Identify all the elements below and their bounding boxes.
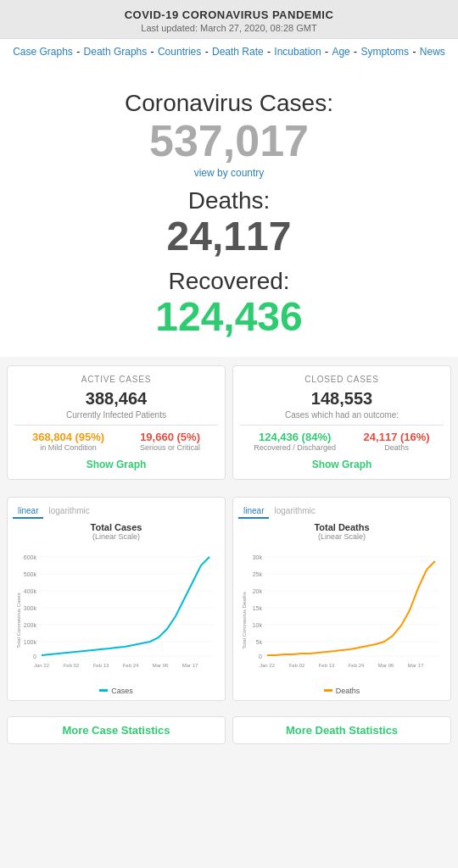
total-cases-chart-box: linear logarithmic Total Cases (Linear S… [7,497,226,701]
svg-text:Mar 06: Mar 06 [153,663,169,668]
svg-text:Jan 22: Jan 22 [260,663,276,668]
critical-label: Serious or Critical [140,443,200,452]
header-bar: COVID-19 CORONAVIRUS PANDEMIC Last updat… [0,0,458,39]
nav-links: Case Graphs - Death Graphs - Countries -… [0,39,458,64]
deaths-chart-legend: Deaths [238,687,445,695]
svg-text:Feb 13: Feb 13 [319,663,335,668]
deaths-legend-label: Deaths [336,687,360,695]
active-cases-total: 388,464 [14,389,218,409]
svg-text:0: 0 [259,654,262,659]
deaths-value: 24,117 [8,214,450,259]
svg-text:Jan 22: Jan 22 [34,663,50,668]
deaths-chart-svg: 30k 25k 20k 15k 10k 5k 0 Total Coronavir… [238,544,445,680]
recovered-block: 124,436 (84%) Recovered / Discharged [254,431,336,452]
nav-incubation[interactable]: Incubation [274,46,321,58]
deaths-label-sm: Deaths [364,443,430,452]
recovered-label-sm: Recovered / Discharged [254,443,336,452]
nav-news[interactable]: News [420,46,445,58]
svg-text:20k: 20k [253,588,263,594]
svg-text:600k: 600k [24,554,37,560]
deaths-chart-title: Total Deaths [238,522,445,532]
cases-tab-linear[interactable]: linear [13,504,43,519]
svg-text:5k: 5k [256,639,263,645]
svg-text:200k: 200k [24,622,37,628]
cases-legend-label: Cases [111,687,133,695]
nav-death-rate[interactable]: Death Rate [212,46,264,58]
cases-tab-log[interactable]: logarithmic [43,504,94,519]
svg-text:25k: 25k [253,571,263,577]
closed-cases-sub: Cases which had an outcome: [240,410,444,420]
cases-chart-legend: Cases [13,687,220,695]
critical-block: 19,660 (5%) Serious or Critical [140,431,200,452]
svg-text:500k: 500k [24,571,37,577]
cases-legend-icon [99,689,108,692]
critical-num: 19,660 (5%) [140,431,200,443]
deaths-chart-subtitle: (Linear Scale) [238,532,445,541]
recovered-label: Recovered: [8,268,450,295]
closed-cases-title: CLOSED CASES [240,375,444,384]
svg-text:300k: 300k [24,605,37,611]
svg-text:Mar 06: Mar 06 [378,663,394,668]
total-deaths-chart-box: linear logarithmic Total Deaths (Linear … [232,497,451,701]
more-case-stats-link[interactable]: More Case Statistics [7,716,226,744]
svg-text:Total Coronavirus Cases: Total Coronavirus Cases [16,593,21,648]
mild-label: in Mild Condition [32,443,104,452]
active-cases-sub: Currently Infected Patients [14,410,218,420]
more-death-stats-link[interactable]: More Death Statistics [232,716,451,744]
page-title: COVID-19 CORONAVIRUS PANDEMIC [17,8,441,21]
nav-age[interactable]: Age [332,46,349,58]
nav-case-graphs[interactable]: Case Graphs [13,46,73,58]
svg-text:Total Coronavirus Deaths: Total Coronavirus Deaths [242,592,247,648]
recovered-num-sm: 124,436 (84%) [254,431,336,443]
closed-show-graph-link[interactable]: Show Graph [240,459,444,470]
svg-text:Mar 17: Mar 17 [408,663,424,668]
cases-chart-svg: 600k 500k 400k 300k 200k 100k 0 Total Co… [13,544,220,680]
closed-cases-box: CLOSED CASES 148,553 Cases which had an … [232,365,451,480]
nav-symptoms[interactable]: Symptoms [360,46,409,58]
svg-text:400k: 400k [24,588,37,594]
cases-label: Coronavirus Cases: [8,90,450,117]
svg-text:0: 0 [33,654,36,659]
charts-section: linear logarithmic Total Cases (Linear S… [0,488,458,709]
svg-text:Feb 24: Feb 24 [349,663,365,668]
active-cases-title: ACTIVE CASES [14,375,218,384]
deaths-legend-icon [324,689,332,692]
cases-chart-subtitle: (Linear Scale) [13,532,220,541]
svg-text:Mar 17: Mar 17 [182,663,198,668]
svg-text:100k: 100k [24,639,37,645]
more-stats-row: More Case Statistics More Death Statisti… [0,709,458,751]
cases-chart-title: Total Cases [13,522,220,532]
main-stats: Coronavirus Cases: 537,017 view by count… [0,64,458,357]
nav-countries[interactable]: Countries [158,46,201,58]
svg-text:15k: 15k [253,605,263,611]
cases-boxes: ACTIVE CASES 388,464 Currently Infected … [0,357,458,488]
svg-text:Feb 24: Feb 24 [123,663,139,668]
svg-text:Feb 02: Feb 02 [64,663,80,668]
active-show-graph-link[interactable]: Show Graph [14,459,218,470]
closed-deaths-block: 24,117 (16%) Deaths [364,431,430,452]
deaths-num-sm: 24,117 (16%) [364,431,430,443]
svg-text:Feb 02: Feb 02 [289,663,305,668]
deaths-chart-tabs: linear logarithmic [238,504,445,519]
recovered-value: 124,436 [8,295,450,340]
svg-text:10k: 10k [253,622,263,628]
cases-value: 537,017 [8,117,450,165]
svg-text:Feb 13: Feb 13 [93,663,109,668]
mild-condition-block: 368,804 (95%) in Mild Condition [32,431,104,452]
view-by-country-link[interactable]: view by country [8,167,450,179]
mild-num: 368,804 (95%) [32,431,104,443]
svg-text:30k: 30k [253,554,263,560]
deaths-tab-log[interactable]: logarithmic [269,504,320,519]
last-updated: Last updated: March 27, 2020, 08:28 GMT [17,23,441,33]
nav-death-graphs[interactable]: Death Graphs [84,46,148,58]
deaths-tab-linear[interactable]: linear [238,504,269,519]
active-cases-box: ACTIVE CASES 388,464 Currently Infected … [7,365,226,480]
cases-chart-tabs: linear logarithmic [13,504,220,519]
closed-cases-total: 148,553 [240,389,444,409]
deaths-label: Deaths: [8,187,450,214]
